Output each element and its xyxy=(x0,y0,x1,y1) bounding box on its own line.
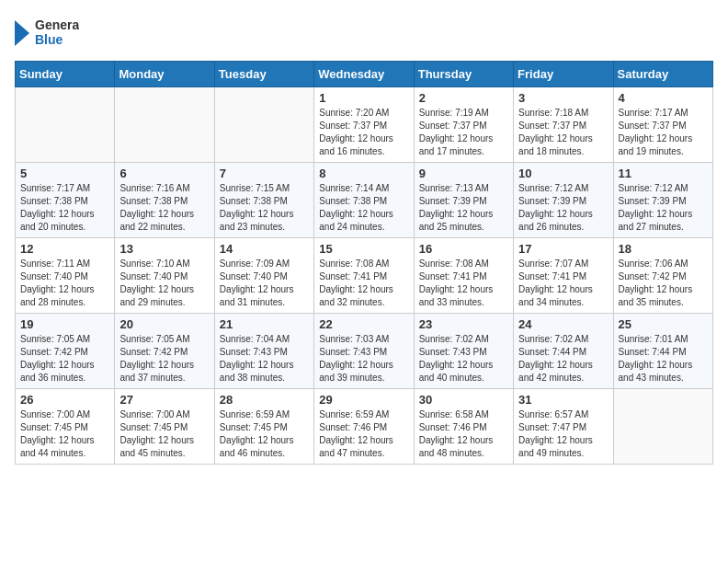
calendar-cell: 10Sunrise: 7:12 AM Sunset: 7:39 PM Dayli… xyxy=(514,163,613,238)
calendar-cell: 5Sunrise: 7:17 AM Sunset: 7:38 PM Daylig… xyxy=(16,163,115,238)
calendar-cell: 26Sunrise: 7:00 AM Sunset: 7:45 PM Dayli… xyxy=(16,389,115,465)
day-number: 1 xyxy=(319,91,408,105)
day-info: Sunrise: 7:06 AM Sunset: 7:42 PM Dayligh… xyxy=(619,258,708,309)
day-info: Sunrise: 7:08 AM Sunset: 7:41 PM Dayligh… xyxy=(419,258,508,309)
calendar-cell: 13Sunrise: 7:10 AM Sunset: 7:40 PM Dayli… xyxy=(115,238,214,314)
day-number: 16 xyxy=(419,242,508,256)
day-number: 19 xyxy=(20,317,109,331)
day-info: Sunrise: 7:18 AM Sunset: 7:37 PM Dayligh… xyxy=(518,107,608,158)
weekday-header-thursday: Thursday xyxy=(414,62,513,87)
calendar-cell: 30Sunrise: 6:58 AM Sunset: 7:46 PM Dayli… xyxy=(414,389,513,465)
day-info: Sunrise: 7:08 AM Sunset: 7:41 PM Dayligh… xyxy=(319,258,408,309)
day-info: Sunrise: 7:07 AM Sunset: 7:41 PM Dayligh… xyxy=(518,258,608,309)
day-number: 5 xyxy=(20,167,109,180)
calendar-cell xyxy=(115,87,214,163)
calendar-cell: 20Sunrise: 7:05 AM Sunset: 7:42 PM Dayli… xyxy=(115,314,214,389)
day-info: Sunrise: 7:14 AM Sunset: 7:38 PM Dayligh… xyxy=(319,182,408,234)
calendar-cell: 16Sunrise: 7:08 AM Sunset: 7:41 PM Dayli… xyxy=(414,238,513,314)
day-number: 25 xyxy=(619,317,708,331)
day-info: Sunrise: 7:19 AM Sunset: 7:37 PM Dayligh… xyxy=(419,107,508,158)
day-number: 4 xyxy=(619,91,708,105)
calendar-cell: 9Sunrise: 7:13 AM Sunset: 7:39 PM Daylig… xyxy=(414,163,513,238)
day-number: 13 xyxy=(119,242,209,256)
day-number: 17 xyxy=(518,242,608,256)
weekday-header-friday: Friday xyxy=(514,62,613,87)
day-info: Sunrise: 6:59 AM Sunset: 7:45 PM Dayligh… xyxy=(220,408,309,460)
day-info: Sunrise: 7:11 AM Sunset: 7:40 PM Dayligh… xyxy=(20,258,109,309)
day-number: 3 xyxy=(518,91,608,105)
day-number: 11 xyxy=(619,167,708,180)
calendar-cell: 17Sunrise: 7:07 AM Sunset: 7:41 PM Dayli… xyxy=(514,238,613,314)
day-number: 15 xyxy=(319,242,408,256)
day-info: Sunrise: 7:17 AM Sunset: 7:37 PM Dayligh… xyxy=(619,107,708,158)
day-number: 24 xyxy=(518,317,608,331)
calendar-week-row: 19Sunrise: 7:05 AM Sunset: 7:42 PM Dayli… xyxy=(16,314,713,389)
calendar-cell: 3Sunrise: 7:18 AM Sunset: 7:37 PM Daylig… xyxy=(514,87,613,163)
day-info: Sunrise: 7:02 AM Sunset: 7:44 PM Dayligh… xyxy=(518,333,608,385)
day-number: 14 xyxy=(220,242,309,256)
day-info: Sunrise: 7:13 AM Sunset: 7:39 PM Dayligh… xyxy=(419,182,508,234)
day-number: 30 xyxy=(419,393,508,407)
calendar-cell: 6Sunrise: 7:16 AM Sunset: 7:38 PM Daylig… xyxy=(115,163,214,238)
logo-svg: GeneralBlue xyxy=(15,15,79,50)
calendar-cell: 25Sunrise: 7:01 AM Sunset: 7:44 PM Dayli… xyxy=(613,314,712,389)
calendar-cell xyxy=(613,389,712,465)
day-number: 20 xyxy=(119,317,209,331)
day-number: 12 xyxy=(20,242,109,256)
calendar-cell: 28Sunrise: 6:59 AM Sunset: 7:45 PM Dayli… xyxy=(214,389,313,465)
calendar-week-row: 26Sunrise: 7:00 AM Sunset: 7:45 PM Dayli… xyxy=(16,389,713,465)
day-info: Sunrise: 7:20 AM Sunset: 7:37 PM Dayligh… xyxy=(319,107,408,158)
weekday-header-monday: Monday xyxy=(115,62,214,87)
day-info: Sunrise: 7:12 AM Sunset: 7:39 PM Dayligh… xyxy=(619,182,708,234)
day-info: Sunrise: 7:09 AM Sunset: 7:40 PM Dayligh… xyxy=(220,258,309,309)
day-number: 2 xyxy=(419,91,508,105)
calendar-cell: 14Sunrise: 7:09 AM Sunset: 7:40 PM Dayli… xyxy=(214,238,313,314)
calendar-cell: 1Sunrise: 7:20 AM Sunset: 7:37 PM Daylig… xyxy=(314,87,414,163)
calendar-cell xyxy=(214,87,313,163)
day-info: Sunrise: 7:12 AM Sunset: 7:39 PM Dayligh… xyxy=(518,182,608,234)
calendar-cell: 19Sunrise: 7:05 AM Sunset: 7:42 PM Dayli… xyxy=(16,314,115,389)
calendar-cell: 18Sunrise: 7:06 AM Sunset: 7:42 PM Dayli… xyxy=(613,238,712,314)
day-number: 29 xyxy=(319,393,408,407)
calendar-cell: 22Sunrise: 7:03 AM Sunset: 7:43 PM Dayli… xyxy=(314,314,414,389)
svg-marker-0 xyxy=(15,20,29,46)
day-number: 6 xyxy=(119,167,209,180)
svg-text:Blue: Blue xyxy=(35,32,63,47)
calendar-cell: 29Sunrise: 6:59 AM Sunset: 7:46 PM Dayli… xyxy=(314,389,414,465)
day-number: 22 xyxy=(319,317,408,331)
calendar-week-row: 1Sunrise: 7:20 AM Sunset: 7:37 PM Daylig… xyxy=(16,87,713,163)
day-info: Sunrise: 7:03 AM Sunset: 7:43 PM Dayligh… xyxy=(319,333,408,385)
day-number: 18 xyxy=(619,242,708,256)
calendar-cell: 4Sunrise: 7:17 AM Sunset: 7:37 PM Daylig… xyxy=(613,87,712,163)
weekday-header-row: SundayMondayTuesdayWednesdayThursdayFrid… xyxy=(16,62,713,87)
day-number: 23 xyxy=(419,317,508,331)
day-info: Sunrise: 7:02 AM Sunset: 7:43 PM Dayligh… xyxy=(419,333,508,385)
day-info: Sunrise: 6:57 AM Sunset: 7:47 PM Dayligh… xyxy=(518,408,608,460)
calendar-cell: 2Sunrise: 7:19 AM Sunset: 7:37 PM Daylig… xyxy=(414,87,513,163)
day-number: 9 xyxy=(419,167,508,180)
day-info: Sunrise: 7:05 AM Sunset: 7:42 PM Dayligh… xyxy=(119,333,209,385)
calendar-cell: 23Sunrise: 7:02 AM Sunset: 7:43 PM Dayli… xyxy=(414,314,513,389)
day-number: 8 xyxy=(319,167,408,180)
calendar-week-row: 12Sunrise: 7:11 AM Sunset: 7:40 PM Dayli… xyxy=(16,238,713,314)
header: GeneralBlue xyxy=(15,15,713,50)
calendar-cell xyxy=(16,87,115,163)
day-info: Sunrise: 7:16 AM Sunset: 7:38 PM Dayligh… xyxy=(119,182,209,234)
calendar-cell: 15Sunrise: 7:08 AM Sunset: 7:41 PM Dayli… xyxy=(314,238,414,314)
day-number: 21 xyxy=(220,317,309,331)
day-info: Sunrise: 7:00 AM Sunset: 7:45 PM Dayligh… xyxy=(20,408,109,460)
calendar-cell: 8Sunrise: 7:14 AM Sunset: 7:38 PM Daylig… xyxy=(314,163,414,238)
day-info: Sunrise: 7:15 AM Sunset: 7:38 PM Dayligh… xyxy=(220,182,309,234)
day-number: 26 xyxy=(20,393,109,407)
weekday-header-tuesday: Tuesday xyxy=(214,62,313,87)
calendar-cell: 31Sunrise: 6:57 AM Sunset: 7:47 PM Dayli… xyxy=(514,389,613,465)
day-info: Sunrise: 7:17 AM Sunset: 7:38 PM Dayligh… xyxy=(20,182,109,234)
day-info: Sunrise: 7:04 AM Sunset: 7:43 PM Dayligh… xyxy=(220,333,309,385)
weekday-header-wednesday: Wednesday xyxy=(314,62,414,87)
calendar-cell: 24Sunrise: 7:02 AM Sunset: 7:44 PM Dayli… xyxy=(514,314,613,389)
calendar-cell: 11Sunrise: 7:12 AM Sunset: 7:39 PM Dayli… xyxy=(613,163,712,238)
weekday-header-saturday: Saturday xyxy=(613,62,712,87)
day-info: Sunrise: 6:58 AM Sunset: 7:46 PM Dayligh… xyxy=(419,408,508,460)
calendar-cell: 7Sunrise: 7:15 AM Sunset: 7:38 PM Daylig… xyxy=(214,163,313,238)
day-number: 10 xyxy=(518,167,608,180)
